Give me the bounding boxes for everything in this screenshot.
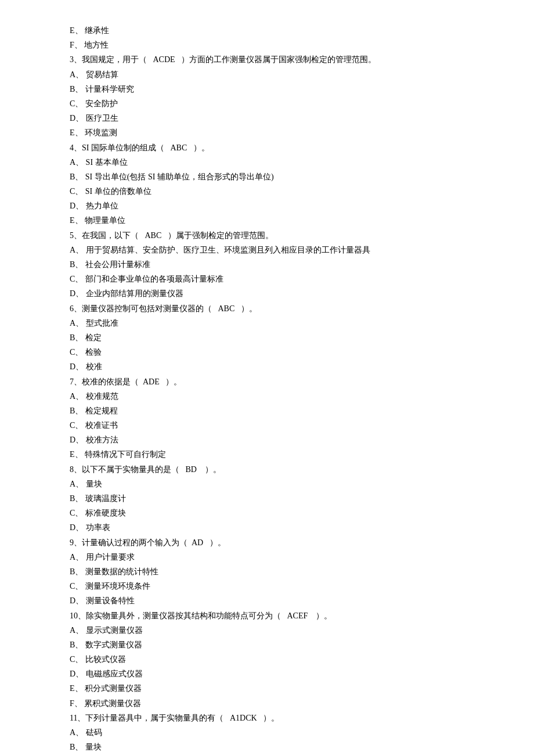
text-line-26: B、 检定规程 — [70, 404, 488, 418]
text-line-18: D、 企业内部结算用的测量仪器 — [70, 286, 488, 301]
text-line-37: B、 测量数据的统计特性 — [70, 564, 488, 579]
text-line-12: D、 热力单位 — [70, 199, 488, 213]
text-line-21: B、 检定 — [70, 330, 488, 345]
text-line-14: 5、在我国，以下（ ABC ）属于强制检定的管理范围。 — [70, 228, 488, 243]
text-line-45: E、 积分式测量仪器 — [70, 681, 488, 696]
text-line-30: 8、以下不属于实物量具的是（ BD ）。 — [70, 462, 488, 477]
text-line-35: 9、计量确认过程的两个输入为（ AD ）。 — [70, 535, 488, 550]
text-line-25: A、 校准规范 — [70, 389, 488, 404]
text-line-1: F、 地方性 — [70, 38, 488, 52]
text-line-27: C、 校准证书 — [70, 418, 488, 433]
text-line-23: D、 校准 — [70, 359, 488, 374]
text-line-10: B、 SI 导出单位(包括 SI 辅助单位，组合形式的导出单位) — [70, 170, 488, 184]
text-line-11: C、 SI 单位的倍数单位 — [70, 184, 488, 199]
text-line-34: D、 功率表 — [70, 520, 488, 535]
text-line-15: A、 用于贸易结算、安全防护、医疗卫生、环境监测且列入相应目录的工作计量器具 — [70, 243, 488, 257]
text-line-40: 10、除实物量具外，测量仪器按其结构和功能特点可分为（ ACEF ）。 — [70, 609, 488, 623]
text-line-2: 3、我国规定，用于（ ACDE ）方面的工作测量仪器属于国家强制检定的管理范围。 — [70, 52, 488, 67]
text-line-42: B、 数字式测量仪器 — [70, 638, 488, 652]
text-line-33: C、 标准硬度块 — [70, 506, 488, 520]
text-line-41: A、 显示式测量仪器 — [70, 623, 488, 638]
text-line-6: D、 医疗卫生 — [70, 111, 488, 125]
text-line-36: A、 用户计量要求 — [70, 550, 488, 564]
text-line-8: 4、SI 国际单位制的组成（ ABC ）。 — [70, 141, 488, 155]
text-line-3: A、 贸易结算 — [70, 67, 488, 82]
text-line-49: B、 量块 — [70, 740, 488, 754]
text-line-7: E、 环境监测 — [70, 125, 488, 140]
text-line-24: 7、校准的依据是（ ADE ）。 — [70, 375, 488, 389]
text-line-43: C、 比较式仪器 — [70, 652, 488, 667]
text-line-16: B、 社会公用计量标准 — [70, 257, 488, 272]
text-line-19: 6、测量仪器控制可包括对测量仪器的（ ABC ）。 — [70, 301, 488, 316]
text-line-17: C、 部门和企事业单位的各项最高计量标准 — [70, 272, 488, 286]
text-line-32: B、 玻璃温度计 — [70, 491, 488, 506]
text-line-5: C、 安全防护 — [70, 96, 488, 111]
text-line-29: E、 特殊情况下可自行制定 — [70, 447, 488, 462]
text-line-46: F、 累积式测量仪器 — [70, 696, 488, 711]
text-line-4: B、 计量科学研究 — [70, 82, 488, 96]
text-line-44: D、 电磁感应式仪器 — [70, 667, 488, 681]
text-line-20: A、 型式批准 — [70, 316, 488, 330]
text-line-39: D、 测量设备特性 — [70, 593, 488, 608]
text-line-47: 11、下列计量器具中，属于实物量具的有（ A1DCK ）。 — [70, 711, 488, 725]
text-line-0: E、 继承性 — [70, 23, 488, 38]
text-line-13: E、 物理量单位 — [70, 213, 488, 228]
main-content: E、 继承性F、 地方性3、我国规定，用于（ ACDE ）方面的工作测量仪器属于… — [70, 23, 488, 756]
text-line-38: C、 测量环境环境条件 — [70, 579, 488, 593]
text-line-9: A、 SI 基本单位 — [70, 155, 488, 170]
text-line-28: D、 校准方法 — [70, 433, 488, 447]
text-line-22: C、 检验 — [70, 345, 488, 359]
text-line-31: A、 量块 — [70, 477, 488, 491]
text-line-48: A、 砝码 — [70, 725, 488, 740]
